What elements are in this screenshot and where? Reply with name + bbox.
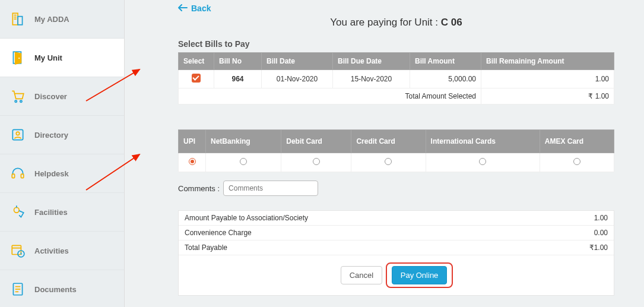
col-duedate: Bill Due Date: [333, 53, 410, 70]
headset-icon: [9, 165, 26, 182]
document-icon: [9, 281, 26, 297]
sidebar: My ADDA My Unit Discover Directory Helpd…: [0, 0, 125, 307]
col-amount: Bill Amount: [410, 53, 481, 70]
comments-input[interactable]: [223, 181, 318, 196]
summary-row-amount: Amount Payable to Association/Society 1.…: [179, 211, 614, 226]
sidebar-item-label: My Unit: [34, 53, 62, 62]
method-debit: Debit Card: [281, 130, 351, 153]
sidebar-item-label: Directory: [34, 131, 68, 140]
svg-rect-15: [12, 245, 21, 254]
radio-upi[interactable]: [189, 158, 196, 165]
total-selected-value: ₹ 1.00: [481, 88, 614, 105]
sidebar-item-discover[interactable]: Discover: [0, 77, 124, 116]
svg-point-9: [20, 100, 22, 102]
svg-rect-12: [12, 174, 14, 178]
summary-row-conv: Convenience Charge 0.00: [179, 226, 614, 240]
back-label: Back: [191, 4, 211, 13]
col-remaining: Bill Remaining Amount: [481, 53, 614, 70]
svg-point-7: [18, 58, 20, 59]
summary-label: Amount Payable to Association/Society: [185, 214, 308, 222]
bill-remaining: 1.00: [481, 70, 614, 88]
sidebar-item-activities[interactable]: Activities: [0, 232, 124, 270]
svg-point-14: [14, 207, 20, 213]
svg-marker-6: [15, 52, 21, 64]
bill-row: 964 01-Nov-2020 15-Nov-2020 5,000.00 1.0…: [179, 70, 614, 88]
method-upi: UPI: [179, 130, 206, 153]
comments-label: Comments :: [178, 184, 220, 193]
bill-date: 01-Nov-2020: [262, 70, 333, 88]
radio-international[interactable]: [479, 158, 486, 165]
pay-highlight-annotation: Pay Online: [386, 262, 453, 288]
col-select: Select: [179, 53, 214, 70]
summary-label: Total Payable: [185, 243, 227, 252]
contact-icon: [9, 126, 26, 143]
back-arrow-icon: [178, 4, 188, 13]
method-netbanking: NetBanking: [206, 130, 281, 153]
bill-due: 15-Nov-2020: [333, 70, 410, 88]
sidebar-item-documents[interactable]: Documents: [0, 270, 124, 307]
sidebar-item-label: Facilities: [34, 208, 68, 217]
cart-icon: [9, 88, 26, 105]
bill-no: 964: [214, 70, 262, 88]
unit-name: C 06: [441, 17, 462, 28]
total-selected-row: Total Amount Selected ₹ 1.00: [179, 88, 614, 105]
sidebar-item-label: Documents: [34, 285, 77, 294]
sidebar-item-label: Discover: [34, 92, 67, 101]
sidebar-item-helpdesk[interactable]: Helpdesk: [0, 154, 124, 193]
bills-table: Select Bill No Bill Date Bill Due Date B…: [178, 52, 614, 105]
col-billdate: Bill Date: [262, 53, 333, 70]
door-icon: [9, 49, 26, 66]
comments-row: Comments :: [178, 181, 614, 196]
bills-section-label: Select Bills to Pay: [178, 39, 614, 49]
summary-value: ₹1.00: [589, 243, 608, 252]
actions-row: Cancel Pay Online: [179, 255, 614, 295]
svg-point-8: [15, 100, 17, 102]
method-amex: AMEX Card: [540, 130, 614, 153]
svg-rect-13: [21, 174, 23, 178]
sidebar-item-label: Activities: [34, 246, 69, 255]
col-billno: Bill No: [214, 53, 262, 70]
main-content: Back You are paying for Unit : C 06 Sele…: [125, 0, 644, 307]
cancel-button[interactable]: Cancel: [341, 266, 382, 284]
summary-box: Amount Payable to Association/Society 1.…: [178, 210, 614, 296]
radio-amex[interactable]: [573, 158, 580, 165]
method-credit: Credit Card: [351, 130, 426, 153]
svg-rect-1: [18, 17, 23, 25]
total-selected-label: Total Amount Selected: [179, 88, 481, 105]
radio-credit[interactable]: [385, 158, 392, 165]
sidebar-item-facilities[interactable]: Facilities: [0, 193, 124, 232]
page-title: You are paying for Unit : C 06: [178, 17, 614, 29]
building-icon: [9, 11, 26, 27]
payment-methods-table: UPI NetBanking Debit Card Credit Card In…: [178, 129, 614, 172]
summary-row-total: Total Payable ₹1.00: [179, 240, 614, 255]
bill-select-checkbox[interactable]: [192, 74, 201, 83]
page-title-prefix: You are paying for Unit :: [330, 17, 441, 28]
summary-value: 0.00: [594, 229, 608, 237]
pay-online-button[interactable]: Pay Online: [392, 266, 448, 284]
calendar-clock-icon: [9, 242, 26, 259]
sidebar-item-directory[interactable]: Directory: [0, 116, 124, 154]
summary-value: 1.00: [594, 214, 608, 222]
bill-amount: 5,000.00: [410, 70, 481, 88]
sidebar-item-label: Helpdesk: [34, 169, 69, 178]
sidebar-item-label: My ADDA: [34, 15, 69, 24]
sidebar-item-my-unit[interactable]: My Unit: [0, 39, 124, 77]
method-international: International Cards: [426, 130, 540, 153]
summary-label: Convenience Charge: [185, 229, 252, 237]
svg-point-11: [16, 132, 19, 135]
back-link[interactable]: Back: [178, 4, 211, 13]
radio-netbanking[interactable]: [240, 158, 247, 165]
tap-icon: [9, 204, 26, 220]
sidebar-item-my-adda[interactable]: My ADDA: [0, 0, 124, 39]
radio-debit[interactable]: [313, 158, 320, 165]
